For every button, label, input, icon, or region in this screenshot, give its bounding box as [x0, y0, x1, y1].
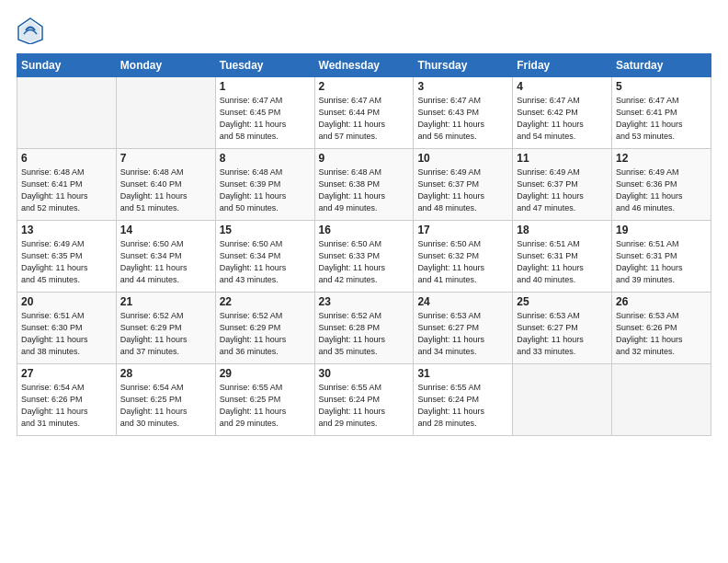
calendar-week-row: 20Sunrise: 6:51 AM Sunset: 6:30 PM Dayli… [17, 293, 711, 364]
day-number: 8 [220, 152, 311, 165]
page: SundayMondayTuesdayWednesdayThursdayFrid… [0, 0, 728, 563]
calendar-cell: 22Sunrise: 6:52 AM Sunset: 6:29 PM Dayli… [215, 293, 314, 364]
calendar-cell [612, 364, 711, 436]
day-number: 20 [21, 295, 112, 308]
calendar-cell [116, 77, 215, 149]
calendar-cell: 17Sunrise: 6:50 AM Sunset: 6:32 PM Dayli… [414, 221, 513, 293]
day-number: 27 [21, 367, 112, 380]
day-info: Sunrise: 6:50 AM Sunset: 6:34 PM Dayligh… [220, 238, 311, 286]
day-number: 13 [21, 224, 112, 236]
day-number: 9 [319, 152, 410, 165]
day-number: 26 [616, 295, 707, 308]
day-info: Sunrise: 6:48 AM Sunset: 6:41 PM Dayligh… [21, 167, 112, 214]
calendar-header-sunday: Sunday [17, 54, 117, 77]
calendar-cell: 26Sunrise: 6:53 AM Sunset: 6:26 PM Dayli… [612, 293, 711, 364]
day-info: Sunrise: 6:54 AM Sunset: 6:25 PM Dayligh… [120, 382, 211, 430]
day-number: 15 [220, 224, 311, 236]
day-info: Sunrise: 6:49 AM Sunset: 6:37 PM Dayligh… [417, 167, 508, 214]
day-info: Sunrise: 6:50 AM Sunset: 6:32 PM Dayligh… [417, 238, 508, 286]
logo [17, 17, 48, 44]
calendar-cell: 5Sunrise: 6:47 AM Sunset: 6:41 PM Daylig… [612, 77, 711, 149]
calendar-cell: 10Sunrise: 6:49 AM Sunset: 6:37 PM Dayli… [414, 149, 513, 221]
day-number: 12 [616, 152, 707, 165]
day-info: Sunrise: 6:47 AM Sunset: 6:43 PM Dayligh… [417, 95, 508, 143]
day-info: Sunrise: 6:47 AM Sunset: 6:45 PM Dayligh… [220, 95, 311, 143]
day-info: Sunrise: 6:55 AM Sunset: 6:25 PM Dayligh… [220, 382, 311, 430]
day-info: Sunrise: 6:51 AM Sunset: 6:31 PM Dayligh… [616, 238, 707, 286]
day-info: Sunrise: 6:47 AM Sunset: 6:41 PM Dayligh… [616, 95, 707, 143]
calendar-cell: 27Sunrise: 6:54 AM Sunset: 6:26 PM Dayli… [17, 364, 117, 436]
calendar-cell: 9Sunrise: 6:48 AM Sunset: 6:38 PM Daylig… [314, 149, 414, 221]
day-info: Sunrise: 6:48 AM Sunset: 6:38 PM Dayligh… [319, 167, 410, 214]
calendar-cell: 11Sunrise: 6:49 AM Sunset: 6:37 PM Dayli… [513, 149, 612, 221]
day-number: 4 [517, 80, 608, 93]
header [17, 17, 711, 44]
day-number: 31 [417, 367, 508, 380]
day-number: 2 [319, 80, 410, 93]
calendar-cell: 31Sunrise: 6:55 AM Sunset: 6:24 PM Dayli… [414, 364, 513, 436]
day-info: Sunrise: 6:48 AM Sunset: 6:39 PM Dayligh… [220, 167, 311, 214]
day-info: Sunrise: 6:54 AM Sunset: 6:26 PM Dayligh… [21, 382, 112, 430]
calendar-cell: 8Sunrise: 6:48 AM Sunset: 6:39 PM Daylig… [215, 149, 314, 221]
day-info: Sunrise: 6:47 AM Sunset: 6:44 PM Dayligh… [319, 95, 410, 143]
day-info: Sunrise: 6:55 AM Sunset: 6:24 PM Dayligh… [319, 382, 410, 430]
calendar-cell: 3Sunrise: 6:47 AM Sunset: 6:43 PM Daylig… [414, 77, 513, 149]
day-info: Sunrise: 6:53 AM Sunset: 6:26 PM Dayligh… [616, 310, 707, 358]
calendar-cell: 18Sunrise: 6:51 AM Sunset: 6:31 PM Dayli… [513, 221, 612, 293]
calendar-cell: 24Sunrise: 6:53 AM Sunset: 6:27 PM Dayli… [414, 293, 513, 364]
calendar-cell: 7Sunrise: 6:48 AM Sunset: 6:40 PM Daylig… [116, 149, 215, 221]
day-info: Sunrise: 6:50 AM Sunset: 6:34 PM Dayligh… [120, 238, 211, 286]
day-number: 16 [319, 224, 410, 236]
calendar-cell [513, 364, 612, 436]
day-number: 22 [220, 295, 311, 308]
day-number: 24 [417, 295, 508, 308]
calendar-cell: 25Sunrise: 6:53 AM Sunset: 6:27 PM Dayli… [513, 293, 612, 364]
calendar-header-friday: Friday [513, 54, 612, 77]
calendar-header-saturday: Saturday [612, 54, 711, 77]
calendar-week-row: 1Sunrise: 6:47 AM Sunset: 6:45 PM Daylig… [17, 77, 711, 149]
calendar-week-row: 13Sunrise: 6:49 AM Sunset: 6:35 PM Dayli… [17, 221, 711, 293]
calendar-header-wednesday: Wednesday [314, 54, 414, 77]
calendar-cell: 19Sunrise: 6:51 AM Sunset: 6:31 PM Dayli… [612, 221, 711, 293]
calendar-cell: 16Sunrise: 6:50 AM Sunset: 6:33 PM Dayli… [314, 221, 414, 293]
day-info: Sunrise: 6:47 AM Sunset: 6:42 PM Dayligh… [517, 95, 608, 143]
day-info: Sunrise: 6:48 AM Sunset: 6:40 PM Dayligh… [120, 167, 211, 214]
calendar-header-thursday: Thursday [414, 54, 513, 77]
calendar-cell: 23Sunrise: 6:52 AM Sunset: 6:28 PM Dayli… [314, 293, 414, 364]
day-number: 30 [319, 367, 410, 380]
day-number: 6 [21, 152, 112, 165]
calendar-header-tuesday: Tuesday [215, 54, 314, 77]
day-number: 17 [417, 224, 508, 236]
calendar-cell: 29Sunrise: 6:55 AM Sunset: 6:25 PM Dayli… [215, 364, 314, 436]
calendar-cell: 30Sunrise: 6:55 AM Sunset: 6:24 PM Dayli… [314, 364, 414, 436]
day-number: 10 [417, 152, 508, 165]
day-info: Sunrise: 6:51 AM Sunset: 6:31 PM Dayligh… [517, 238, 608, 286]
calendar-header-row: SundayMondayTuesdayWednesdayThursdayFrid… [17, 54, 711, 77]
logo-icon [17, 17, 44, 44]
day-info: Sunrise: 6:50 AM Sunset: 6:33 PM Dayligh… [319, 238, 410, 286]
day-info: Sunrise: 6:53 AM Sunset: 6:27 PM Dayligh… [517, 310, 608, 358]
calendar-table: SundayMondayTuesdayWednesdayThursdayFrid… [17, 53, 711, 436]
calendar-cell: 21Sunrise: 6:52 AM Sunset: 6:29 PM Dayli… [116, 293, 215, 364]
calendar-week-row: 6Sunrise: 6:48 AM Sunset: 6:41 PM Daylig… [17, 149, 711, 221]
calendar-cell: 6Sunrise: 6:48 AM Sunset: 6:41 PM Daylig… [17, 149, 117, 221]
day-number: 29 [220, 367, 311, 380]
day-info: Sunrise: 6:55 AM Sunset: 6:24 PM Dayligh… [417, 382, 508, 430]
day-number: 3 [417, 80, 508, 93]
day-number: 19 [616, 224, 707, 236]
day-number: 1 [220, 80, 311, 93]
day-number: 18 [517, 224, 608, 236]
day-number: 28 [120, 367, 211, 380]
day-info: Sunrise: 6:52 AM Sunset: 6:28 PM Dayligh… [319, 310, 410, 358]
day-number: 25 [517, 295, 608, 308]
calendar-week-row: 27Sunrise: 6:54 AM Sunset: 6:26 PM Dayli… [17, 364, 711, 436]
day-info: Sunrise: 6:49 AM Sunset: 6:37 PM Dayligh… [517, 167, 608, 214]
day-info: Sunrise: 6:52 AM Sunset: 6:29 PM Dayligh… [220, 310, 311, 358]
calendar-cell: 2Sunrise: 6:47 AM Sunset: 6:44 PM Daylig… [314, 77, 414, 149]
calendar-cell: 28Sunrise: 6:54 AM Sunset: 6:25 PM Dayli… [116, 364, 215, 436]
calendar-cell: 13Sunrise: 6:49 AM Sunset: 6:35 PM Dayli… [17, 221, 117, 293]
day-info: Sunrise: 6:53 AM Sunset: 6:27 PM Dayligh… [417, 310, 508, 358]
calendar-cell [17, 77, 117, 149]
calendar-cell: 1Sunrise: 6:47 AM Sunset: 6:45 PM Daylig… [215, 77, 314, 149]
day-info: Sunrise: 6:52 AM Sunset: 6:29 PM Dayligh… [120, 310, 211, 358]
